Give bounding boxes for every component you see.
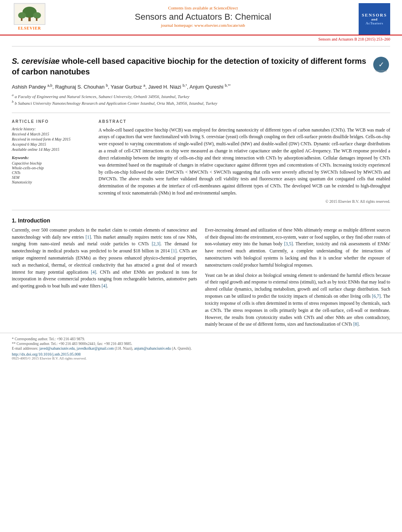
ref-2-3[interactable]: [2,3] xyxy=(152,241,160,246)
article-title-italic: S. cerevisiae xyxy=(12,57,60,65)
article-title: S. cerevisiae whole-cell based capacitiv… xyxy=(12,56,368,77)
sciencedirect-link-text[interactable]: ScienceDirect xyxy=(214,6,238,10)
sensors-logo-and: and xyxy=(371,17,378,21)
contents-available: Contents lists available at ScienceDirec… xyxy=(55,6,351,10)
author-5: Anjum Qureshi b,** xyxy=(190,84,231,90)
svg-rect-2 xyxy=(28,17,31,21)
author-2: Raghuraj S. Chouhan b, xyxy=(55,84,111,90)
author-1: Ashish Pandey a,b, xyxy=(12,84,55,90)
revised-date: Received in revised form 4 May 2015 xyxy=(12,137,91,141)
article-info-col: ARTICLE INFO Article history: Received 4… xyxy=(12,119,91,204)
ref-6-7[interactable]: [6,7] xyxy=(372,294,381,298)
article-meta-bar: Sensors and Actuators B 218 (2015) 253–2… xyxy=(0,35,402,43)
crossmark-svg: ✓ CrossMark xyxy=(372,56,390,74)
svg-point-3 xyxy=(18,12,26,19)
abstract-header: ABSTRACT xyxy=(99,119,390,124)
keyword-1: Capacitive biochip xyxy=(12,161,91,165)
homepage-url[interactable]: www.elsevier.com/locate/snb xyxy=(194,23,245,28)
ref-8[interactable]: [8] xyxy=(353,322,358,326)
intro-right-p1: Ever-increasing demand and utilization o… xyxy=(205,227,390,269)
issn-copyright: 0925-4005/© 2015 Elsevier B.V. All right… xyxy=(12,356,390,360)
footer-notes: * Corresponding author. Tel.: +90 216 48… xyxy=(12,337,390,350)
journal-volume-ref: Sensors and Actuators B 218 (2015) 253–2… xyxy=(318,37,390,41)
ref-1[interactable]: [1] xyxy=(86,235,91,239)
author-3: Yasar Gurbuz a, xyxy=(111,84,148,90)
email-3[interactable]: anjum@sabanciuniv.edu xyxy=(134,347,171,350)
keyword-3: CNTs xyxy=(12,171,91,175)
abstract-col: ABSTRACT A whole-cell based capacitive b… xyxy=(99,119,390,204)
footnote-double-star: ** Corresponding author. Tel.: +90 216 4… xyxy=(12,342,390,346)
header-divider xyxy=(12,46,390,46)
affil-a: a a Faculty of Engineering and Natural S… xyxy=(12,93,390,99)
ref-4b[interactable]: [4] xyxy=(102,284,107,288)
received-date: Received 4 March 2015 xyxy=(12,132,91,136)
available-date: Available online 14 May 2015 xyxy=(12,147,91,152)
article-history: Article history: Received 4 March 2015 R… xyxy=(12,127,91,152)
footer-bottom: http://dx.doi.org/10.1016/j.snb.2015.05.… xyxy=(12,352,390,360)
sensors-actuators-logo: SENSORS and AcTuators xyxy=(359,3,390,35)
title-section: S. cerevisiae whole-cell based capacitiv… xyxy=(0,50,402,80)
history-header: Article history: xyxy=(12,127,91,131)
article-title-rest: whole-cell based capacitive biochip for … xyxy=(12,57,366,76)
abstract-paragraph: A whole-cell based capacitive biochip (W… xyxy=(99,127,390,197)
svg-text:✓: ✓ xyxy=(378,61,384,69)
journal-homepage: journal homepage: www.elsevier.com/locat… xyxy=(55,23,351,28)
abstract-divider xyxy=(12,210,390,210)
intro-left-text: Currently, over 500 consumer products in… xyxy=(12,227,197,290)
intro-title: 1. Introduction xyxy=(12,217,390,224)
journal-title: Sensors and Actuators B: Chemical xyxy=(55,12,351,22)
elsevier-name-label: ELSEVIER xyxy=(18,26,41,30)
intro-right-p2: Yeast can be an ideal choice as biologic… xyxy=(205,272,390,328)
footnote-star: * Corresponding author. Tel.: +90 216 48… xyxy=(12,337,390,341)
ref-1b[interactable]: [1] xyxy=(171,248,177,253)
elsevier-logo: ELSEVIER xyxy=(12,3,47,33)
abstract-text: A whole-cell based capacitive biochip (W… xyxy=(99,127,390,197)
article-info-header: ARTICLE INFO xyxy=(12,119,91,124)
accepted-date: Accepted 6 May 2015 xyxy=(12,142,91,146)
intro-left-col: Currently, over 500 consumer products in… xyxy=(12,227,197,331)
crossmark-logo[interactable]: ✓ CrossMark xyxy=(372,56,390,74)
authors-section: Ashish Pandey a,b, Raghuraj S. Chouhan b… xyxy=(0,80,402,91)
svg-text:CrossMark: CrossMark xyxy=(375,70,387,72)
ref-4[interactable]: [4] xyxy=(91,270,96,274)
intro-title-text: Introduction xyxy=(18,217,50,224)
email-2[interactable]: javedkolkar@gmail.com xyxy=(77,347,114,350)
doi-link[interactable]: http://dx.doi.org/10.1016/j.snb.2015.05.… xyxy=(12,352,390,356)
journal-center: Contents lists available at ScienceDirec… xyxy=(47,3,359,31)
elsevier-tree-svg xyxy=(15,4,45,24)
intro-section: 1. Introduction Currently, over 500 cons… xyxy=(0,213,402,333)
elsevier-graphic xyxy=(14,3,45,25)
keyword-5: Nanotoxicity xyxy=(12,180,91,184)
copyright-line: © 2015 Elsevier B.V. All rights reserved… xyxy=(99,199,390,204)
sensors-logo-text1: SENSORS xyxy=(362,13,387,17)
article-info-abstract: ARTICLE INFO Article history: Received 4… xyxy=(0,116,402,207)
email-1[interactable]: javed@sabanciuniv.edu xyxy=(39,347,75,350)
keyword-2: Whole-cells-on-chip xyxy=(12,166,91,170)
email-addresses: E-mail addresses: javed@sabanciuniv.edu,… xyxy=(12,347,390,350)
journal-header: ELSEVIER Contents lists available at Sci… xyxy=(0,0,402,35)
svg-point-4 xyxy=(33,12,41,19)
page-footer: * Corresponding author. Tel.: +90 216 48… xyxy=(0,333,402,363)
svg-rect-5 xyxy=(21,18,22,21)
affil-b: b b Sabanci University Nanotechnology Re… xyxy=(12,100,390,106)
author-4: Javed H. Niazi b,*, xyxy=(148,84,190,90)
affil-divider xyxy=(12,113,390,113)
sensors-logo-text2: AcTuators xyxy=(366,21,383,25)
keywords-list: Capacitive biochip Whole-cells-on-chip C… xyxy=(12,161,91,184)
affiliations: a a Faculty of Engineering and Natural S… xyxy=(0,91,402,109)
intro-right-col: Ever-increasing demand and utilization o… xyxy=(205,227,390,331)
keywords-header: Keywords: xyxy=(12,156,91,160)
keyword-4: SEM xyxy=(12,175,91,180)
svg-rect-6 xyxy=(36,18,37,21)
page: ELSEVIER Contents lists available at Sci… xyxy=(0,0,402,532)
intro-two-col: Currently, over 500 consumer products in… xyxy=(12,227,390,331)
ref-3-5[interactable]: [3,5] xyxy=(284,241,293,246)
